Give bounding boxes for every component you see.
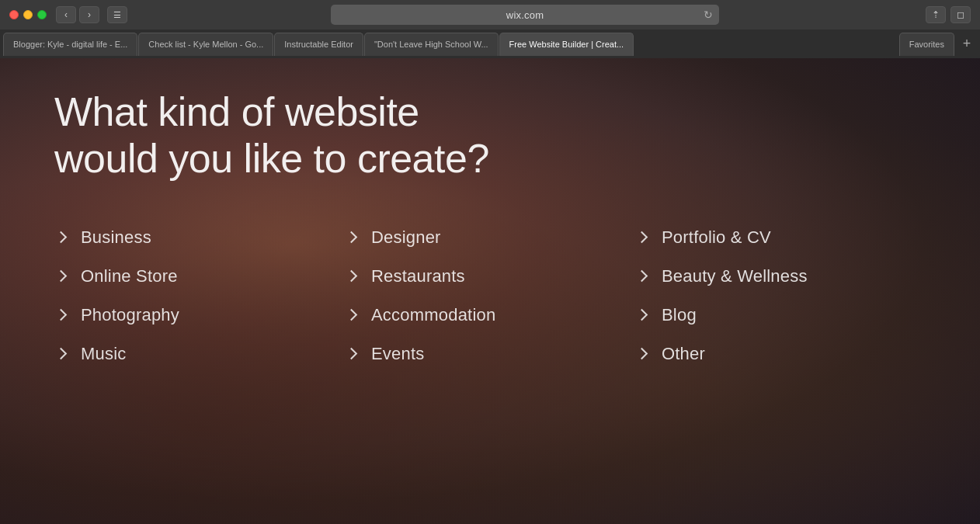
forward-button[interactable]: › bbox=[79, 6, 99, 23]
category-label-music: Music bbox=[81, 344, 126, 364]
maximize-button[interactable] bbox=[37, 10, 47, 19]
share-button[interactable]: ⇡ bbox=[926, 6, 946, 23]
chevron-icon-events bbox=[345, 346, 360, 362]
new-tab-button[interactable]: + bbox=[957, 34, 977, 54]
category-label-photography: Photography bbox=[81, 305, 179, 325]
reload-button[interactable]: ↻ bbox=[704, 9, 713, 21]
category-item-beauty-wellness[interactable]: Beauty & Wellness bbox=[635, 259, 926, 294]
content-area: What kind of website would you like to c… bbox=[0, 58, 980, 524]
chevron-icon-business bbox=[54, 230, 70, 245]
category-item-music[interactable]: Music bbox=[54, 336, 345, 372]
chevron-icon-portfolio-cv bbox=[635, 230, 651, 245]
chevron-icon-music bbox=[54, 346, 70, 362]
chevron-icon-photography bbox=[54, 307, 70, 323]
category-label-blog: Blog bbox=[662, 305, 697, 325]
category-item-online-store[interactable]: Online Store bbox=[54, 259, 345, 294]
minimize-button[interactable] bbox=[23, 10, 33, 19]
chevron-icon-beauty-wellness bbox=[635, 269, 651, 284]
chevron-icon-other bbox=[635, 346, 651, 362]
back-button[interactable]: ‹ bbox=[56, 6, 76, 23]
split-view-button[interactable]: ◻ bbox=[950, 6, 971, 23]
category-label-portfolio-cv: Portfolio & CV bbox=[662, 227, 771, 248]
category-label-events: Events bbox=[371, 344, 424, 364]
category-label-restaurants: Restaurants bbox=[371, 266, 465, 286]
chevron-icon-restaurants bbox=[345, 269, 360, 284]
tab-checklist[interactable]: Check list - Kyle Mellon - Go... bbox=[138, 33, 273, 56]
category-label-designer: Designer bbox=[371, 227, 441, 248]
nav-buttons: ‹ › bbox=[56, 6, 99, 23]
category-item-designer[interactable]: Designer bbox=[345, 220, 635, 255]
window-chrome: ‹ › ☰ wix.com ↻ ⇡ ◻ Blogger: Kyle - digi… bbox=[0, 0, 980, 58]
tabs-bar: Blogger: Kyle - digital life - E... Chec… bbox=[0, 29, 980, 58]
tab-instructable[interactable]: Instructable Editor bbox=[274, 33, 363, 56]
tab-wix[interactable]: Free Website Builder | Creat... bbox=[499, 33, 634, 56]
traffic-lights bbox=[9, 10, 47, 19]
category-item-accommodation[interactable]: Accommodation bbox=[345, 297, 635, 333]
page-content: What kind of website would you like to c… bbox=[0, 58, 980, 524]
category-item-other[interactable]: Other bbox=[635, 336, 926, 372]
address-bar[interactable]: wix.com ↻ bbox=[331, 5, 719, 25]
category-label-other: Other bbox=[662, 344, 705, 364]
chevron-icon-blog bbox=[635, 307, 651, 323]
title-bar: ‹ › ☰ wix.com ↻ ⇡ ◻ bbox=[0, 0, 980, 29]
main-heading: What kind of website would you like to c… bbox=[54, 89, 926, 182]
category-item-photography[interactable]: Photography bbox=[54, 297, 345, 333]
chevron-icon-accommodation bbox=[345, 307, 360, 323]
category-item-business[interactable]: Business bbox=[54, 220, 345, 255]
category-item-restaurants[interactable]: Restaurants bbox=[345, 259, 635, 294]
category-column-middle: Designer Restaurants Accommodation Event… bbox=[345, 220, 635, 372]
category-item-events[interactable]: Events bbox=[345, 336, 635, 372]
category-label-accommodation: Accommodation bbox=[371, 305, 495, 325]
chevron-icon-online-store bbox=[54, 269, 70, 284]
sidebar-toggle-button[interactable]: ☰ bbox=[107, 6, 127, 23]
category-label-business: Business bbox=[81, 227, 151, 248]
category-label-online-store: Online Store bbox=[81, 266, 178, 286]
url-text: wix.com bbox=[506, 9, 544, 21]
address-bar-container: wix.com ↻ bbox=[132, 5, 918, 25]
chevron-icon-designer bbox=[345, 230, 360, 245]
category-column-right: Portfolio & CV Beauty & Wellness Blog Ot… bbox=[635, 220, 926, 372]
tab-dont-leave[interactable]: "Don't Leave High School W... bbox=[364, 33, 499, 56]
category-column-left: Business Online Store Photography Music bbox=[54, 220, 345, 372]
tab-blogger[interactable]: Blogger: Kyle - digital life - E... bbox=[3, 33, 137, 56]
category-item-portfolio-cv[interactable]: Portfolio & CV bbox=[635, 220, 926, 255]
window-controls-right: ⇡ ◻ bbox=[926, 6, 971, 23]
category-item-blog[interactable]: Blog bbox=[635, 297, 926, 333]
categories-grid: Business Online Store Photography Music bbox=[54, 220, 926, 372]
close-button[interactable] bbox=[9, 10, 19, 19]
category-label-beauty-wellness: Beauty & Wellness bbox=[662, 266, 808, 286]
tab-favorites[interactable]: Favorites bbox=[899, 33, 954, 56]
